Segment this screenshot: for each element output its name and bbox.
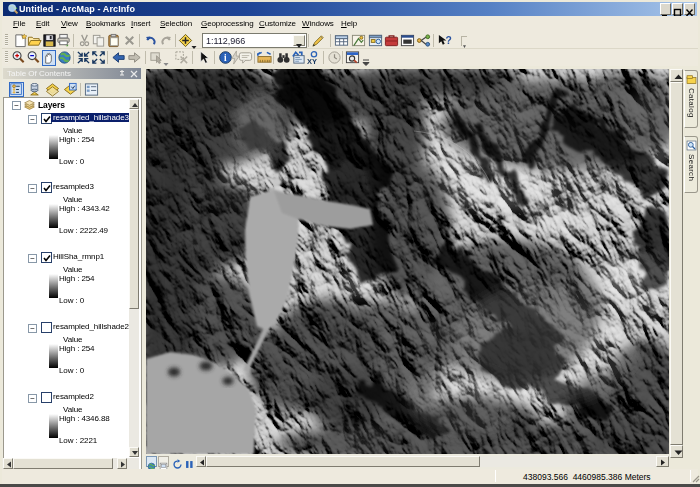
svg-text:?: ? <box>445 35 451 46</box>
svg-text:i: i <box>224 53 227 63</box>
svg-text:XY: XY <box>307 57 317 65</box>
